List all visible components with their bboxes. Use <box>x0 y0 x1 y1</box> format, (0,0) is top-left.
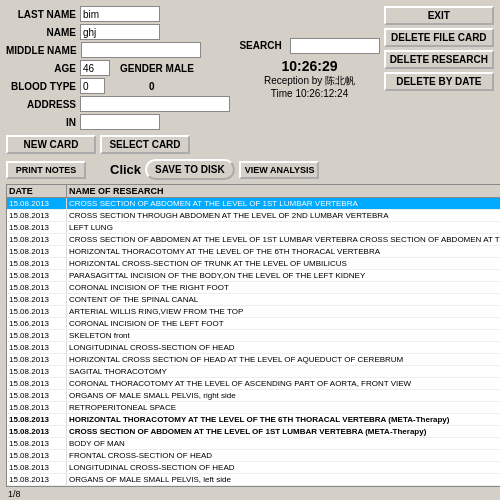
table-row[interactable]: 15.08.2013CORONAL THORACOTOMY AT THE LEV… <box>7 378 500 390</box>
cell-name: SKELETON front <box>67 330 500 341</box>
exit-button[interactable]: EXIT <box>384 6 494 25</box>
cell-name: HORIZONTAL THORACOTOMY AT THE LEVEL OF T… <box>67 414 500 425</box>
cell-name: CORONAL INCISION OF THE LEFT FOOT <box>67 318 500 329</box>
cell-date: 15.08.2013 <box>7 270 67 281</box>
middle-name-row: MIDDLE NAME <box>6 42 235 58</box>
cell-name: CROSS SECTION OF ABDOMEN AT THE LEVEL OF… <box>67 426 500 437</box>
gender-label: GENDER MALE <box>120 63 194 74</box>
table-row[interactable]: 15.08.2013FRONTAL CROSS-SECTION OF HEAD <box>7 450 500 462</box>
delete-file-button[interactable]: DELETE FILE CARD <box>384 28 494 47</box>
card-buttons: NEW CARD SELECT CARD <box>6 135 494 154</box>
blood-row: BLOOD TYPE 0 <box>6 78 235 94</box>
print-notes-button[interactable]: PRINT NOTES <box>6 161 86 179</box>
middle-section: PRINT NOTES Click SAVE TO DISK VIEW ANAL… <box>6 157 494 499</box>
action-bar: PRINT NOTES Click SAVE TO DISK VIEW ANAL… <box>6 157 500 182</box>
in-row: IN <box>6 114 235 130</box>
cell-date: 15.08.2013 <box>7 414 67 425</box>
cell-date: 15.08.2013 <box>7 354 67 365</box>
name-label: NAME <box>6 27 76 38</box>
cell-name: CORONAL INCISION OF THE RIGHT FOOT <box>67 282 500 293</box>
cell-name: LONGITUDINAL CROSS-SECTION OF HEAD <box>67 462 500 473</box>
cell-date: 15.08.2013 <box>7 234 67 245</box>
cell-date: 15.08.2013 <box>7 210 67 221</box>
delete-research-button[interactable]: DELETE RESEARCH <box>384 50 494 69</box>
cell-name: PARASAGITTAL INCISION OF THE BODY,ON THE… <box>67 270 500 281</box>
table-body[interactable]: 15.08.2013CROSS SECTION OF ABDOMEN AT TH… <box>7 198 500 486</box>
cell-date: 15.08.2013 <box>7 366 67 377</box>
table-row[interactable]: 15.08.2013LEFT LUNG <box>7 222 500 234</box>
col-name-header: NAME OF RESEARCH <box>67 185 500 197</box>
table-row[interactable]: 15.08.2013SAGITAL THORACOTOMY <box>7 366 500 378</box>
table-row[interactable]: 15.08.2013LONGITUDINAL CROSS-SECTION OF … <box>7 342 500 354</box>
table-row[interactable]: 15.08.2013HORIZONTAL CROSS-SECTION OF TR… <box>7 258 500 270</box>
cell-name: CROSS SECTION OF ABDOMEN AT THE LEVEL OF… <box>67 198 500 209</box>
cell-name: LEFT LUNG <box>67 222 500 233</box>
table-row[interactable]: 15.08.2013CROSS SECTION OF ABDOMEN AT TH… <box>7 234 500 246</box>
center-info: SEARCH 10:26:29 Reception by 陈北帆 Time 10… <box>239 6 379 130</box>
delete-date-button[interactable]: DELETE BY DATE <box>384 72 494 91</box>
top-section: LAST NAME NAME MIDDLE NAME AGE GENDER MA… <box>6 6 494 130</box>
cell-name: BODY OF MAN <box>67 438 500 449</box>
cell-name: HORIZONTAL THORACOTOMY AT THE LEVEL OF T… <box>67 246 500 257</box>
search-label: SEARCH <box>239 40 281 51</box>
table-row[interactable]: 15.08.2013CROSS SECTION OF ABDOMEN AT TH… <box>7 198 500 210</box>
in-label: IN <box>6 117 76 128</box>
col-date-header: DATE <box>7 185 67 197</box>
select-card-button[interactable]: SELECT CARD <box>100 135 190 154</box>
table-row[interactable]: 15.08.2013CROSS SECTION THROUGH ABDOMEN … <box>7 210 500 222</box>
table-row[interactable]: 15.08.2013HORIZONTAL CROSS SECTION OF HE… <box>7 354 500 366</box>
cell-name: ORGANS OF MALE SMALL PELVIS, right side <box>67 390 500 401</box>
middle-name-input[interactable] <box>81 42 201 58</box>
age-input[interactable] <box>80 60 110 76</box>
table-row[interactable]: 15.08.2013HORIZONTAL THORACOTOMY AT THE … <box>7 414 500 426</box>
cell-date: 15.08.2013 <box>7 294 67 305</box>
research-table: DATE NAME OF RESEARCH 15.08.2013CROSS SE… <box>6 184 500 487</box>
cell-date: 15.06.2013 <box>7 318 67 329</box>
cell-name: CROSS SECTION THROUGH ABDOMEN AT THE LEV… <box>67 210 500 221</box>
cell-name: FRONTAL CROSS-SECTION OF HEAD <box>67 450 500 461</box>
in-input[interactable] <box>80 114 160 130</box>
left-form: LAST NAME NAME MIDDLE NAME AGE GENDER MA… <box>6 6 235 130</box>
name-row: NAME <box>6 24 235 40</box>
click-label: Click <box>110 162 141 177</box>
table-row[interactable]: 15.08.2013HORIZONTAL THORACOTOMY AT THE … <box>7 246 500 258</box>
table-row[interactable]: 15.08.2013CROSS SECTION OF ABDOMEN AT TH… <box>7 426 500 438</box>
new-card-button[interactable]: NEW CARD <box>6 135 96 154</box>
cell-name: SAGITAL THORACOTOMY <box>67 366 500 377</box>
table-row[interactable]: 15.08.2013CONTENT OF THE SPINAL CANAL <box>7 294 500 306</box>
table-header: DATE NAME OF RESEARCH <box>7 185 500 198</box>
blood-input[interactable] <box>80 78 105 94</box>
cell-date: 15.08.2013 <box>7 198 67 209</box>
age-label: AGE <box>6 63 76 74</box>
cell-date: 15.08.2013 <box>7 450 67 461</box>
table-row[interactable]: 15.06.2013CORONAL INCISION OF THE LEFT F… <box>7 318 500 330</box>
table-row[interactable]: 15.08.2013LONGITUDINAL CROSS-SECTION OF … <box>7 462 500 474</box>
table-row[interactable]: 15.08.2013ORGANS OF MALE SMALL PELVIS, r… <box>7 390 500 402</box>
table-row[interactable]: 15.08.2013PARASAGITTAL INCISION OF THE B… <box>7 270 500 282</box>
cell-name: HORIZONTAL CROSS SECTION OF HEAD AT THE … <box>67 354 500 365</box>
table-row[interactable]: 15.08.2013SKELETON front <box>7 330 500 342</box>
table-row[interactable]: 15.06.2013ARTERIAL WILLIS RING,VIEW FROM… <box>7 306 500 318</box>
search-input[interactable] <box>290 38 380 54</box>
table-row[interactable]: 15.08.2013BODY OF MAN <box>7 438 500 450</box>
save-disk-button[interactable]: SAVE TO DISK <box>145 159 235 180</box>
table-row[interactable]: 15.08.2013CORONAL INCISION OF THE RIGHT … <box>7 282 500 294</box>
address-row: ADDRESS <box>6 96 235 112</box>
time-small: Time 10:26:12:24 <box>271 88 348 99</box>
view-analysis-button[interactable]: VIEW ANALYSIS <box>239 161 319 179</box>
middle-name-label: MIDDLE NAME <box>6 45 77 56</box>
cell-date: 15.08.2013 <box>7 426 67 437</box>
main-container: LAST NAME NAME MIDDLE NAME AGE GENDER MA… <box>0 0 500 500</box>
cell-name: HORIZONTAL CROSS-SECTION OF TRUNK AT THE… <box>67 258 500 269</box>
table-row[interactable]: 15.08.2013ORGANS OF MALE SMALL PELVIS, l… <box>7 474 500 486</box>
table-row[interactable]: 15.08.2013RETROPERITONEAL SPACE <box>7 402 500 414</box>
cell-date: 15.08.2013 <box>7 438 67 449</box>
address-input[interactable] <box>80 96 230 112</box>
last-name-label: LAST NAME <box>6 9 76 20</box>
name-input[interactable] <box>80 24 160 40</box>
cell-name: RETROPERITONEAL SPACE <box>67 402 500 413</box>
cell-name: ORGANS OF MALE SMALL PELVIS, left side <box>67 474 500 485</box>
cell-date: 15.08.2013 <box>7 282 67 293</box>
cell-name: CORONAL THORACOTOMY AT THE LEVEL OF ASCE… <box>67 378 500 389</box>
last-name-input[interactable] <box>80 6 160 22</box>
